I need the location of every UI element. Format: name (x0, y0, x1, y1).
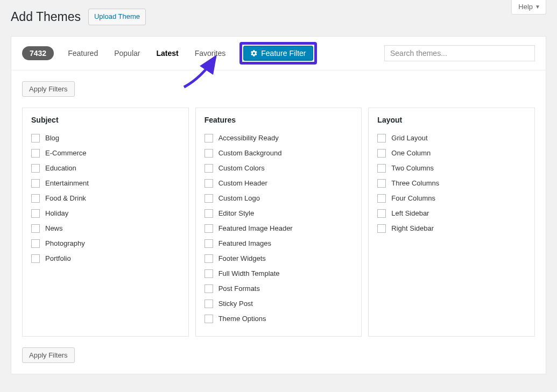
filter-option-label: Holiday (45, 209, 68, 217)
tab-featured[interactable]: Featured (61, 46, 104, 61)
filter-option[interactable]: News (31, 221, 180, 236)
filter-option-label: Photography (45, 239, 85, 247)
filter-option[interactable]: Featured Image Header (205, 221, 353, 236)
filter-columns: Subject BlogE-CommerceEducationEntertain… (22, 108, 535, 337)
filter-option-label: Custom Logo (218, 194, 260, 202)
filter-option-label: Education (45, 164, 76, 172)
filter-option[interactable]: Custom Header (205, 176, 353, 191)
filter-option-label: Three Columns (391, 179, 439, 187)
checkbox-icon (31, 194, 40, 203)
checkbox-icon (377, 209, 386, 218)
filter-option[interactable]: Entertainment (31, 176, 180, 191)
checkbox-icon (205, 254, 213, 263)
filter-option[interactable]: Portfolio (31, 251, 180, 266)
filter-option[interactable]: One Column (377, 146, 526, 161)
filter-option[interactable]: Accessibility Ready (205, 131, 353, 146)
tab-favorites[interactable]: Favorites (188, 46, 232, 61)
filter-option[interactable]: E-Commerce (31, 146, 180, 161)
filter-option[interactable]: Blog (31, 131, 180, 146)
tab-latest[interactable]: Latest (150, 46, 185, 61)
upload-theme-button[interactable]: Upload Theme (88, 9, 146, 25)
checkbox-icon (205, 315, 213, 323)
features-list: Accessibility ReadyCustom BackgroundCust… (205, 131, 353, 326)
filters-body: Apply Filters Subject BlogE-CommerceEduc… (11, 70, 546, 374)
help-label: Help (518, 3, 533, 11)
checkbox-icon (205, 239, 213, 248)
subject-column: Subject BlogE-CommerceEducationEntertain… (22, 108, 189, 337)
checkbox-icon (31, 149, 40, 158)
gear-icon (250, 49, 258, 57)
filter-option[interactable]: Sticky Post (205, 296, 353, 311)
checkbox-icon (205, 164, 213, 173)
filter-option-label: Custom Background (218, 149, 282, 157)
feature-filter-button[interactable]: Feature Filter (243, 46, 313, 61)
filter-option[interactable]: Four Columns (377, 191, 526, 206)
filter-option[interactable]: Theme Options (205, 311, 353, 326)
filter-option-label: Footer Widgets (218, 254, 266, 262)
filter-option[interactable]: Food & Drink (31, 191, 180, 206)
filter-option[interactable]: Footer Widgets (205, 251, 353, 266)
features-column: Features Accessibility ReadyCustom Backg… (195, 108, 362, 337)
feature-filter-highlight: Feature Filter (239, 42, 316, 65)
checkbox-icon (377, 149, 386, 158)
filter-option[interactable]: Editor Style (205, 206, 353, 221)
theme-count-pill: 7432 (22, 46, 54, 60)
help-tab[interactable]: Help ▼ (511, 0, 546, 15)
filter-option[interactable]: Featured Images (205, 236, 353, 251)
checkbox-icon (31, 224, 40, 233)
checkbox-icon (31, 239, 40, 248)
checkbox-icon (205, 149, 213, 158)
feature-filter-label: Feature Filter (261, 49, 306, 58)
main-panel: 7432 Featured Popular Latest Favorites F… (11, 36, 546, 374)
page-title: Add Themes (11, 10, 81, 24)
layout-title: Layout (377, 116, 526, 124)
chevron-down-icon: ▼ (535, 4, 540, 10)
search-input[interactable] (384, 45, 535, 61)
filter-option-label: Right Sidebar (391, 224, 434, 232)
filter-option-label: Featured Image Header (218, 224, 293, 232)
filter-option[interactable]: Right Sidebar (377, 221, 526, 236)
subject-title: Subject (31, 116, 180, 124)
filter-option-label: Accessibility Ready (218, 134, 279, 142)
filter-option[interactable]: Custom Background (205, 146, 353, 161)
filter-option-label: Custom Colors (218, 164, 265, 172)
checkbox-icon (31, 179, 40, 188)
checkbox-icon (377, 164, 386, 173)
filter-option-label: Food & Drink (45, 194, 86, 202)
checkbox-icon (377, 179, 386, 188)
features-title: Features (205, 116, 353, 124)
checkbox-icon (205, 179, 213, 188)
filter-option[interactable]: Two Columns (377, 161, 526, 176)
apply-filters-button-top[interactable]: Apply Filters (22, 81, 75, 97)
checkbox-icon (205, 209, 213, 218)
filter-option-label: Post Formats (218, 284, 260, 293)
filter-option-label: E-Commerce (45, 149, 87, 157)
filter-option-label: News (45, 224, 63, 232)
filter-option-label: One Column (391, 149, 431, 157)
filter-option-label: Theme Options (218, 315, 266, 323)
apply-filters-button-bottom[interactable]: Apply Filters (22, 347, 75, 363)
page-header: Add Themes Upload Theme (0, 0, 557, 36)
filter-option[interactable]: Grid Layout (377, 131, 526, 146)
checkbox-icon (205, 134, 213, 142)
filter-option[interactable]: Full Width Template (205, 266, 353, 281)
checkbox-icon (31, 254, 40, 263)
filter-option[interactable]: Photography (31, 236, 180, 251)
checkbox-icon (205, 224, 213, 233)
filter-option[interactable]: Post Formats (205, 281, 353, 296)
filter-option[interactable]: Three Columns (377, 176, 526, 191)
filter-option-label: Featured Images (218, 239, 271, 247)
checkbox-icon (377, 224, 386, 233)
tab-popular[interactable]: Popular (108, 46, 146, 61)
filter-option[interactable]: Education (31, 161, 180, 176)
filter-option[interactable]: Holiday (31, 206, 180, 221)
checkbox-icon (31, 164, 40, 173)
filter-option-label: Sticky Post (218, 300, 253, 308)
subject-list: BlogE-CommerceEducationEntertainmentFood… (31, 131, 180, 266)
checkbox-icon (205, 300, 213, 308)
filter-option[interactable]: Custom Colors (205, 161, 353, 176)
filter-option[interactable]: Custom Logo (205, 191, 353, 206)
filter-option[interactable]: Left Sidebar (377, 206, 526, 221)
checkbox-icon (205, 269, 213, 278)
checkbox-icon (205, 194, 213, 203)
